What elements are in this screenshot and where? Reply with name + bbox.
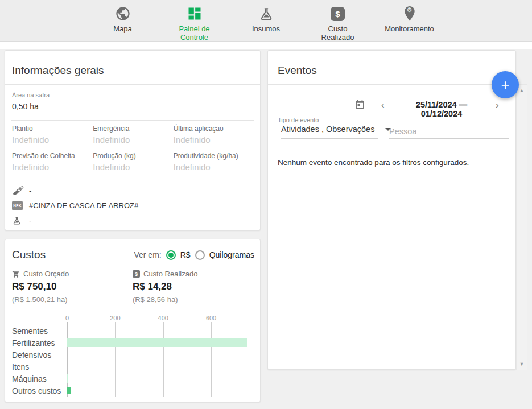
divider xyxy=(11,120,254,121)
ver-em-label: Ver em: xyxy=(134,250,161,259)
top-navigation: Mapa Painel de Controle Insumos $ Custo … xyxy=(0,0,532,42)
date-range-picker: ‹ 25/11/2024 — 01/12/2024 › xyxy=(268,98,515,113)
chart-rows: SementesFertilizantesDefensivosItensMáqu… xyxy=(12,323,254,396)
nav-item-insumos[interactable]: Insumos xyxy=(239,5,294,34)
chart-row: Sementes xyxy=(12,325,254,337)
empty-events-message: Nenhum evento encontrado para os filtros… xyxy=(278,158,469,167)
flask-icon xyxy=(258,5,274,23)
date-range-text[interactable]: 25/11/2024 — 01/12/2024 xyxy=(396,100,487,118)
summary-per-ha: (R$ 1.500,21 ha) xyxy=(12,295,133,304)
bar-custo-orçado xyxy=(67,338,247,347)
field-previsao-colheita: Previsão de Colheita Indefinido xyxy=(12,152,93,172)
nav-label: Insumos xyxy=(252,25,280,34)
tipo-de-evento-select[interactable]: Atividades , Observações xyxy=(281,125,378,139)
nav-label: Painel de Controle xyxy=(179,25,209,42)
cost-summary: Custo Orçado R$ 750,10 (R$ 1.500,21 ha) … xyxy=(12,270,253,304)
card-title: Custos xyxy=(12,249,46,261)
chart-category-label: Itens xyxy=(12,362,67,371)
nav-label: Custo Realizado xyxy=(321,25,354,42)
dollar-square-icon: $ xyxy=(331,5,345,23)
chart-category-label: Máquinas xyxy=(12,374,67,383)
nav-item-monitoramento[interactable]: ⚙ Monitoramento xyxy=(382,5,437,34)
eventos-card: Eventos + ‹ 25/11/2024 — 01/12/2024 › Ti… xyxy=(267,50,516,370)
field-plantio: Plantio Indefinido xyxy=(12,125,93,144)
calendar-icon[interactable] xyxy=(354,99,365,110)
field-emergencia: Emergência Indefinido xyxy=(93,125,173,144)
header-separator-band xyxy=(0,42,532,49)
npk-icon: NPK xyxy=(12,201,24,210)
chart-row: Defensivos xyxy=(12,349,254,361)
crop-tags: - NPK #CINZA DE CASCA DE ARROZ# - xyxy=(12,183,253,228)
x-tick-label: 400 xyxy=(158,315,168,321)
ver-em-switch: Ver em: R$ Quilogramas xyxy=(134,250,254,260)
tag-row-flask: - xyxy=(12,213,253,228)
x-tick-label: 600 xyxy=(206,315,216,321)
nav-item-custo-realizado[interactable]: $ Custo Realizado xyxy=(311,5,365,42)
card-title: Informações gerais xyxy=(12,64,104,77)
custos-card: Custos Ver em: R$ Quilogramas Custo Orça… xyxy=(5,239,261,402)
card-title: Eventos xyxy=(278,64,317,77)
nav-label: Monitoramento xyxy=(385,25,434,34)
radio-reais[interactable] xyxy=(166,250,176,260)
seeds-icon xyxy=(12,185,24,196)
tag-value: - xyxy=(29,187,31,195)
globe-icon xyxy=(115,5,131,23)
scroll-down-icon[interactable]: ▼ xyxy=(517,361,527,367)
field-value: 0,50 ha xyxy=(12,102,50,111)
tag-row-seeds: - xyxy=(12,183,253,198)
summary-label: Custo Orçado xyxy=(23,270,69,278)
nav-item-painel-de-controle[interactable]: Painel de Controle xyxy=(167,5,222,42)
chart-category-label: Defensivos xyxy=(12,350,67,360)
summary-value: R$ 14,28 xyxy=(133,281,253,292)
add-event-button[interactable]: + xyxy=(492,71,519,98)
summary-per-ha: (R$ 28,56 ha) xyxy=(133,295,253,304)
tipo-de-evento-label: Tipo de evento xyxy=(278,117,319,123)
chart-row: Itens xyxy=(12,361,254,373)
divider xyxy=(5,84,260,85)
informacoes-gerais-card: Informações gerais Área na safra 0,50 ha… xyxy=(5,50,261,230)
divider xyxy=(11,177,254,177)
nav-label: Mapa xyxy=(113,25,132,34)
summary-label: Custo Realizado xyxy=(143,270,197,278)
chart-row: Outros custos xyxy=(12,385,254,396)
tag-value: - xyxy=(29,216,31,225)
bar-custo-orçado xyxy=(67,374,68,383)
cost-bar-chart: 0200400600 SementesFertilizantesDefensiv… xyxy=(12,315,254,400)
chart-category-label: Fertilizantes xyxy=(12,338,67,348)
custo-orcado-block: Custo Orçado R$ 750,10 (R$ 1.500,21 ha) xyxy=(12,270,133,304)
field-label: Área na safra xyxy=(12,92,50,98)
dollar-square-icon: $ xyxy=(133,270,140,278)
vertical-scrollbar[interactable]: ▲ ▼ xyxy=(516,84,527,370)
chart-category-label: Outros custos xyxy=(12,386,67,395)
cart-icon xyxy=(12,270,20,278)
divider xyxy=(268,84,515,85)
info-fields-grid: Plantio Indefinido Emergência Indefinido… xyxy=(12,125,253,179)
chart-row: Fertilizantes xyxy=(12,337,254,349)
field-producao: Produção (kg) Indefinido xyxy=(93,152,173,172)
tag-row-npk: NPK #CINZA DE CASCA DE ARROZ# xyxy=(12,198,253,213)
field-ultima-aplicacao: Última aplicação Indefinido xyxy=(174,125,253,144)
flask-icon xyxy=(12,216,24,225)
custo-realizado-block: $ Custo Realizado R$ 14,28 (R$ 28,56 ha) xyxy=(133,270,253,304)
next-week-arrow[interactable]: › xyxy=(496,100,499,111)
field-produtividade: Produtividade (kg/ha) Indefinido xyxy=(174,152,253,172)
radio-quilogramas-label[interactable]: Quilogramas xyxy=(209,250,254,259)
summary-value: R$ 750,10 xyxy=(12,281,133,292)
area-na-safra-field: Área na safra 0,50 ha xyxy=(12,92,50,111)
pessoa-input[interactable] xyxy=(389,125,509,139)
bar-custo-realizado xyxy=(67,387,71,394)
nav-item-mapa[interactable]: Mapa xyxy=(96,5,150,34)
radio-quilogramas[interactable] xyxy=(195,250,205,260)
x-tick-label: 0 xyxy=(65,315,69,321)
map-pin-gear-icon: ⚙ xyxy=(402,5,417,23)
chart-category-label: Sementes xyxy=(12,327,67,336)
chart-row: Máquinas xyxy=(12,373,254,385)
dashboard-icon xyxy=(187,5,203,23)
x-tick-label: 200 xyxy=(110,315,120,321)
radio-reais-label[interactable]: R$ xyxy=(180,250,191,259)
tag-value: #CINZA DE CASCA DE ARROZ# xyxy=(29,201,138,210)
prev-week-arrow[interactable]: ‹ xyxy=(381,100,385,111)
